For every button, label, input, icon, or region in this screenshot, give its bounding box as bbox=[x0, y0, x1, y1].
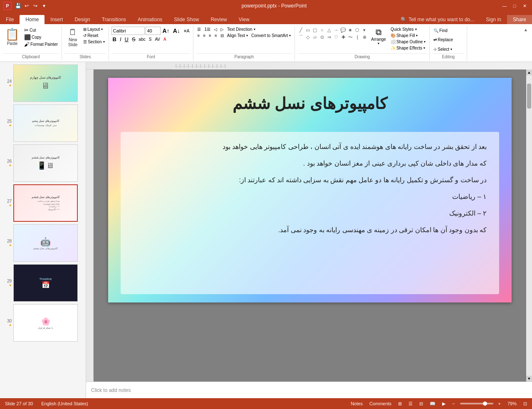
comments-button[interactable]: Comments bbox=[368, 401, 393, 407]
redo-button[interactable]: ↪ bbox=[32, 2, 39, 10]
share-button[interactable]: Share bbox=[507, 15, 532, 24]
notes-button[interactable]: Notes bbox=[349, 401, 364, 407]
font-name-input[interactable] bbox=[111, 27, 145, 35]
bold-button[interactable]: B bbox=[111, 36, 118, 43]
minimize-button[interactable]: — bbox=[500, 2, 509, 10]
tab-slideshow[interactable]: Slide Show bbox=[168, 15, 205, 24]
tab-view[interactable]: View bbox=[233, 15, 255, 24]
tell-me-box[interactable]: 🔍Tell me what you want to do... bbox=[395, 15, 480, 24]
text-direction-button[interactable]: Text Direction▾ bbox=[226, 27, 257, 32]
outline-view-button[interactable]: ☰ bbox=[407, 401, 414, 407]
slide-item-25[interactable]: 25 ★ کامپیوترهای نسل پنجم متن کوچک توضیح… bbox=[0, 104, 86, 143]
select-button[interactable]: ⊹ Select▾ bbox=[432, 47, 453, 52]
normal-view-button[interactable]: ⊞ bbox=[396, 401, 403, 407]
arrange-button[interactable]: ⧉ Arrange ▾ bbox=[369, 27, 388, 46]
paste-button[interactable]: 📋 Paste bbox=[2, 27, 22, 48]
shape-star[interactable]: ★ bbox=[347, 27, 354, 33]
increase-indent-button[interactable]: ▷ bbox=[219, 27, 225, 32]
zoom-level[interactable]: 79% bbox=[506, 401, 518, 407]
qat-more-button[interactable]: ▾ bbox=[40, 2, 48, 10]
shape-misc[interactable]: ⊕ bbox=[361, 34, 368, 40]
slide-title[interactable]: کامپیوترهای نسل ششم bbox=[108, 94, 512, 113]
reading-view-button[interactable]: 📖 bbox=[428, 401, 437, 407]
shape-rounded-rect[interactable]: ▢ bbox=[312, 27, 318, 33]
tab-design[interactable]: Design bbox=[69, 15, 96, 24]
slide-canvas[interactable]: کامپیوترهای نسل ششم بعد از تحقق بشر در س… bbox=[108, 78, 512, 302]
decrease-indent-button[interactable]: ◁ bbox=[213, 27, 218, 32]
tab-review[interactable]: Review bbox=[205, 15, 233, 24]
align-left-button[interactable]: ≡ bbox=[196, 33, 201, 38]
quick-styles-button[interactable]: Quick Styles▾ bbox=[389, 27, 427, 32]
copy-button[interactable]: ⬛ Copy bbox=[23, 34, 59, 41]
notes-placeholder[interactable]: Click to add notes bbox=[91, 387, 131, 393]
save-button[interactable]: 💾 bbox=[14, 2, 22, 10]
shape-cross[interactable]: ✚ bbox=[340, 34, 346, 40]
slide-sorter-button[interactable]: ⊟ bbox=[418, 401, 425, 407]
smallcaps-button[interactable]: abc bbox=[138, 37, 147, 42]
slide-item-30[interactable]: 30 ★ 🌸 با تشکر فراوان bbox=[0, 303, 86, 342]
canvas-scroll[interactable]: کامپیوترهای نسل ششم بعد از تحقق بشر در س… bbox=[94, 69, 526, 382]
maximize-button[interactable]: □ bbox=[510, 2, 519, 10]
slideshow-button[interactable]: ▶ bbox=[440, 401, 447, 407]
align-center-button[interactable]: ≡ bbox=[202, 33, 207, 38]
shape-curve[interactable]: ⌒ bbox=[297, 34, 304, 40]
shape-block-arrow[interactable]: ⇒ bbox=[326, 34, 332, 40]
shape-outline-button[interactable]: ⬜ Shape Outline▾ bbox=[389, 39, 427, 45]
undo-button[interactable]: ↩ bbox=[23, 2, 30, 10]
shape-fill-button[interactable]: 🎨 Shape Fill▾ bbox=[389, 33, 427, 38]
convert-smartart-button[interactable]: Convert to SmartArt▾ bbox=[250, 33, 292, 38]
strikethrough-button[interactable]: S bbox=[131, 36, 137, 43]
reset-button[interactable]: ↺ Reset bbox=[82, 33, 106, 38]
slide-item-24[interactable]: 24 ★ کامپیوترهای نسل چهارم 🖥 bbox=[0, 64, 86, 103]
tab-file[interactable]: File bbox=[0, 15, 20, 24]
shape-oval[interactable]: ○ bbox=[319, 27, 325, 33]
tab-transitions[interactable]: Transitions bbox=[96, 15, 132, 24]
zoom-in-button[interactable]: + bbox=[497, 401, 502, 407]
cut-button[interactable]: ✂ Cut bbox=[23, 27, 59, 34]
decrease-font-button[interactable]: A↓ bbox=[172, 27, 181, 35]
align-text-button[interactable]: Align Text▾ bbox=[226, 33, 249, 38]
format-painter-button[interactable]: 🖌 Format Painter bbox=[23, 41, 59, 48]
shape-wave[interactable]: 〜 bbox=[347, 34, 354, 40]
justify-button[interactable]: ≡ bbox=[213, 33, 218, 38]
italic-button[interactable]: I bbox=[119, 36, 123, 43]
font-size-input[interactable] bbox=[146, 27, 161, 35]
slide-item-29[interactable]: 29 ★ Timeline 📅 bbox=[0, 263, 86, 302]
new-slide-button[interactable]: 🗒 New Slide bbox=[64, 27, 81, 48]
scroll-up-button[interactable]: ▲ bbox=[526, 69, 532, 75]
tab-insert[interactable]: Insert bbox=[45, 15, 69, 24]
numbering-button[interactable]: 1☰ bbox=[203, 27, 212, 32]
shape-heart[interactable]: ♡ bbox=[333, 34, 339, 40]
slide-body[interactable]: بعد از تحقق بشر در ساخت رایانه های هوشمن… bbox=[121, 132, 499, 294]
slide-item-28[interactable]: 28 ★ 🤖 کامپیوترهای نسل ششم bbox=[0, 223, 86, 263]
vertical-scrollbar[interactable]: ▲ ▼ bbox=[526, 69, 532, 382]
shape-cylinder[interactable]: ⊙ bbox=[319, 34, 325, 40]
char-spacing-button[interactable]: AV bbox=[153, 37, 161, 42]
clear-format-button[interactable]: ✕A bbox=[182, 28, 191, 34]
shape-parallelogram[interactable]: ▱ bbox=[312, 34, 318, 40]
slide-item-27[interactable]: 27 ★ کامپیوترهای نسل ششم بعد از تحقق بشر… bbox=[0, 183, 86, 223]
find-button[interactable]: 🔍 Find bbox=[432, 28, 448, 33]
bullets-button[interactable]: ☰ bbox=[196, 27, 202, 32]
increase-font-button[interactable]: A↑ bbox=[161, 27, 171, 35]
scroll-thumb[interactable] bbox=[527, 84, 531, 109]
zoom-slider[interactable] bbox=[460, 403, 493, 404]
notes-area[interactable]: Click to add notes bbox=[86, 382, 532, 398]
layout-button[interactable]: ⊞ Layout▾ bbox=[82, 27, 106, 32]
shape-callout[interactable]: 💬 bbox=[340, 27, 346, 33]
shape-arrow[interactable]: → bbox=[333, 27, 339, 33]
sign-in-button[interactable]: Sign in bbox=[480, 15, 507, 24]
underline-button[interactable]: U bbox=[124, 36, 130, 43]
shape-pentagon[interactable]: ⬠ bbox=[354, 27, 361, 33]
shape-rect[interactable]: ▭ bbox=[304, 27, 311, 33]
tab-animations[interactable]: Animations bbox=[132, 15, 168, 24]
shape-triangle[interactable]: △ bbox=[326, 27, 332, 33]
shadow-button[interactable]: S bbox=[148, 37, 153, 42]
shape-effects-button[interactable]: ✨ Shape Effects▾ bbox=[389, 45, 427, 51]
shapes-more[interactable]: ▾ bbox=[361, 27, 368, 33]
section-button[interactable]: ☰ Section▾ bbox=[82, 39, 106, 45]
fit-slide-button[interactable]: ⊡ bbox=[522, 401, 529, 407]
align-right-button[interactable]: ≡ bbox=[208, 33, 213, 38]
close-button[interactable]: ✕ bbox=[520, 2, 529, 10]
font-color-button[interactable]: A bbox=[162, 37, 168, 42]
